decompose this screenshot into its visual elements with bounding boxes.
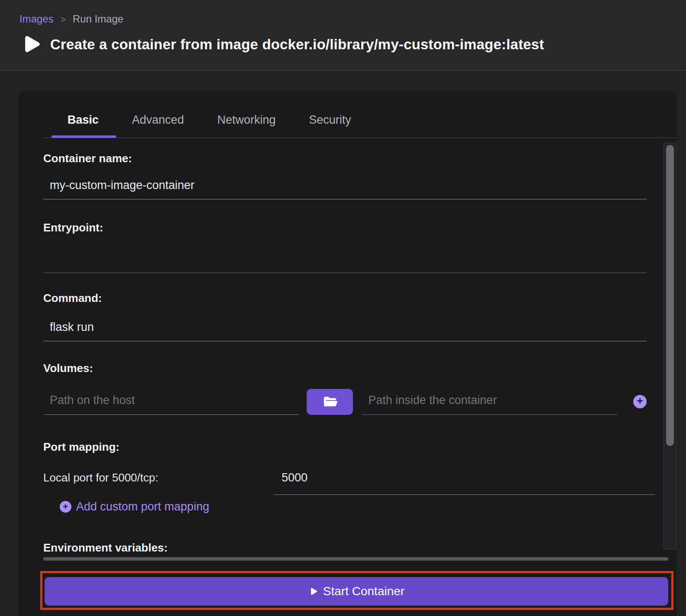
entrypoint-label: Entrypoint: [43, 221, 647, 234]
command-label: Command: [43, 292, 647, 305]
breadcrumb-images-link[interactable]: Images [19, 13, 54, 25]
run-image-panel: Basic Advanced Networking Security Conta… [19, 91, 676, 616]
browse-host-path-button[interactable] [307, 389, 353, 415]
plus-icon: + [637, 396, 643, 406]
horizontal-scrollbar[interactable] [43, 557, 668, 561]
add-volume-button[interactable]: + [633, 395, 647, 408]
add-custom-port-mapping-button[interactable]: + Add custom port mapping [60, 500, 209, 513]
tab-networking[interactable]: Networking [217, 113, 276, 138]
folder-open-icon [322, 394, 338, 410]
local-port-input[interactable] [274, 471, 655, 495]
environment-variables-label: Environment variables: [43, 541, 647, 552]
start-container-label: Start Container [323, 584, 404, 598]
play-icon [19, 34, 41, 55]
volumes-label: Volumes: [43, 362, 647, 375]
tab-security[interactable]: Security [309, 113, 351, 138]
tabs-row: Basic Advanced Networking Security [43, 91, 676, 138]
breadcrumb: Images > Run Image [19, 13, 686, 25]
title-row: Create a container from image docker.io/… [19, 34, 686, 55]
vertical-scrollbar-thumb[interactable] [666, 145, 674, 446]
breadcrumb-current: Run Image [73, 13, 123, 25]
volume-host-path-input[interactable] [45, 392, 299, 415]
local-port-label: Local port for 5000/tcp: [43, 471, 274, 484]
command-input[interactable] [43, 305, 647, 341]
tab-basic[interactable]: Basic [67, 113, 99, 138]
breadcrumb-separator: > [61, 13, 66, 25]
form-scroll-area: Basic Advanced Networking Security Conta… [19, 91, 676, 552]
plus-icon: + [60, 501, 71, 513]
vertical-scrollbar-track[interactable] [664, 143, 676, 549]
start-container-button[interactable]: Start Container [45, 577, 668, 606]
volume-container-path-input[interactable] [362, 392, 617, 415]
page-title: Create a container from image docker.io/… [50, 36, 544, 53]
add-custom-port-mapping-label: Add custom port mapping [76, 500, 209, 513]
port-mapping-label: Port mapping: [43, 440, 647, 453]
container-name-input[interactable] [43, 165, 647, 199]
tab-advanced[interactable]: Advanced [132, 113, 184, 138]
page-header: Images > Run Image Create a container fr… [0, 0, 686, 71]
entrypoint-input[interactable] [43, 234, 647, 273]
port-mapping-row: Local port for 5000/tcp: [43, 471, 655, 495]
play-icon [308, 587, 317, 597]
container-name-label: Container name: [43, 152, 647, 165]
volume-row: + [43, 389, 647, 415]
